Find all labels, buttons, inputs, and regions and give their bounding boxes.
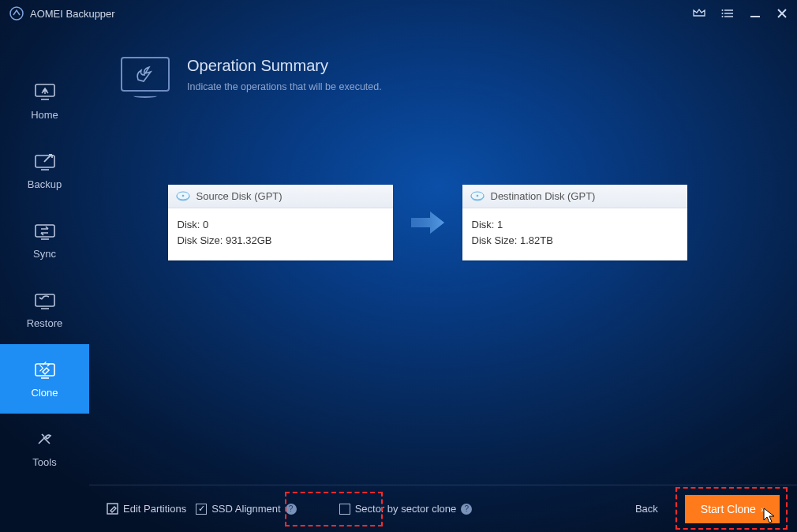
- destination-disk-header: Destination Disk (GPT): [462, 185, 687, 208]
- sidebar-item-label: Home: [31, 109, 58, 121]
- checkbox-icon: [196, 504, 207, 515]
- svg-rect-14: [36, 225, 54, 237]
- sidebar-item-label: Tools: [32, 456, 56, 468]
- source-disk-card[interactable]: Source Disk (GPT) Disk: 0 Disk Size: 931…: [168, 185, 393, 260]
- bottom-toolbar: Edit Partitions SSD Alignment ? Sector b…: [89, 485, 797, 532]
- sector-by-sector-label: Sector by sector clone: [355, 503, 457, 515]
- svg-point-22: [181, 194, 184, 197]
- page-header: Operation Summary Indicate the operation…: [121, 57, 765, 98]
- source-disk-body: Disk: 0 Disk Size: 931.32GB: [168, 208, 393, 260]
- bottom-left-options: Edit Partitions SSD Alignment ? Sector b…: [107, 503, 472, 515]
- edit-partitions-button[interactable]: Edit Partitions: [107, 503, 186, 515]
- sidebar-item-label: Restore: [27, 317, 63, 329]
- destination-disk-line1: Disk: 1: [472, 217, 678, 233]
- svg-point-5: [722, 13, 724, 14]
- clone-icon: [33, 360, 57, 379]
- sidebar-item-clone[interactable]: Clone: [0, 344, 89, 414]
- titlebar-left: AOMEI Backupper: [9, 6, 115, 21]
- sector-by-sector-checkbox[interactable]: Sector by sector clone ?: [339, 503, 473, 515]
- disk-summary-row: Source Disk (GPT) Disk: 0 Disk Size: 931…: [121, 185, 765, 260]
- sidebar-item-label: Backup: [28, 178, 62, 190]
- start-clone-label: Start Clone: [701, 503, 756, 515]
- app-window: AOMEI Backupper Home Backup Sync: [0, 0, 797, 532]
- page-title: Operation Summary: [187, 57, 382, 75]
- destination-disk-title: Destination Disk (GPT): [491, 190, 596, 202]
- header-text: Operation Summary Indicate the operation…: [187, 57, 382, 92]
- restore-icon: [33, 290, 57, 309]
- page-subtitle: Indicate the operations that will be exe…: [187, 81, 382, 92]
- source-disk-line1: Disk: 0: [178, 217, 384, 233]
- menu-list-icon[interactable]: [721, 8, 734, 19]
- svg-point-6: [722, 16, 724, 17]
- sync-icon: [33, 221, 57, 240]
- source-disk-line2: Disk Size: 931.32GB: [178, 233, 384, 249]
- header-icon-wrap: [121, 57, 170, 98]
- app-logo-icon: [9, 6, 24, 21]
- main-content: Operation Summary Indicate the operation…: [89, 27, 797, 532]
- sidebar-item-label: Clone: [32, 387, 58, 399]
- minimize-icon[interactable]: [750, 8, 761, 19]
- ssd-alignment-checkbox[interactable]: SSD Alignment ?: [196, 503, 296, 515]
- help-icon[interactable]: ?: [286, 504, 297, 515]
- edit-partitions-label: Edit Partitions: [123, 503, 186, 515]
- chevron-right-icon: »: [761, 504, 764, 514]
- source-disk-header: Source Disk (GPT): [168, 185, 393, 208]
- backup-icon: [33, 152, 57, 170]
- svg-point-4: [722, 9, 724, 11]
- sidebar-item-restore[interactable]: Restore: [0, 275, 89, 344]
- sidebar-item-backup[interactable]: Backup: [0, 136, 89, 205]
- destination-disk-line2: Disk Size: 1.82TB: [472, 233, 678, 249]
- svg-point-25: [476, 194, 478, 197]
- tools-icon: [33, 429, 57, 448]
- sidebar-item-sync[interactable]: Sync: [0, 205, 89, 275]
- close-icon[interactable]: [776, 8, 788, 19]
- back-button[interactable]: Back: [635, 503, 658, 515]
- sidebar-item-label: Sync: [33, 248, 56, 260]
- sidebar-item-home[interactable]: Home: [0, 66, 89, 136]
- crown-icon[interactable]: [693, 8, 705, 19]
- source-disk-title: Source Disk (GPT): [196, 190, 283, 202]
- checkbox-icon: [339, 504, 350, 515]
- svg-point-0: [10, 7, 23, 20]
- arrow-icon: [406, 207, 450, 238]
- sidebar: Home Backup Sync Restore Clone Tools: [0, 27, 89, 532]
- home-icon: [33, 82, 57, 101]
- destination-disk-body: Disk: 1 Disk Size: 1.82TB: [462, 208, 687, 260]
- monitor-stand-icon: [133, 94, 157, 98]
- help-icon[interactable]: ?: [461, 504, 472, 515]
- destination-disk-card[interactable]: Destination Disk (GPT) Disk: 1 Disk Size…: [462, 185, 687, 260]
- titlebar-controls: [693, 8, 788, 19]
- ssd-alignment-label: SSD Alignment: [211, 503, 280, 515]
- summary-monitor-icon: [121, 57, 170, 92]
- app-title: AOMEI Backupper: [30, 8, 115, 20]
- disk-icon: [176, 191, 190, 202]
- titlebar: AOMEI Backupper: [0, 0, 797, 27]
- sidebar-item-tools[interactable]: Tools: [0, 414, 89, 483]
- disk-icon: [470, 191, 485, 202]
- edit-icon: [107, 503, 118, 515]
- start-clone-button[interactable]: Start Clone »: [685, 495, 780, 523]
- body: Home Backup Sync Restore Clone Tools: [0, 27, 797, 532]
